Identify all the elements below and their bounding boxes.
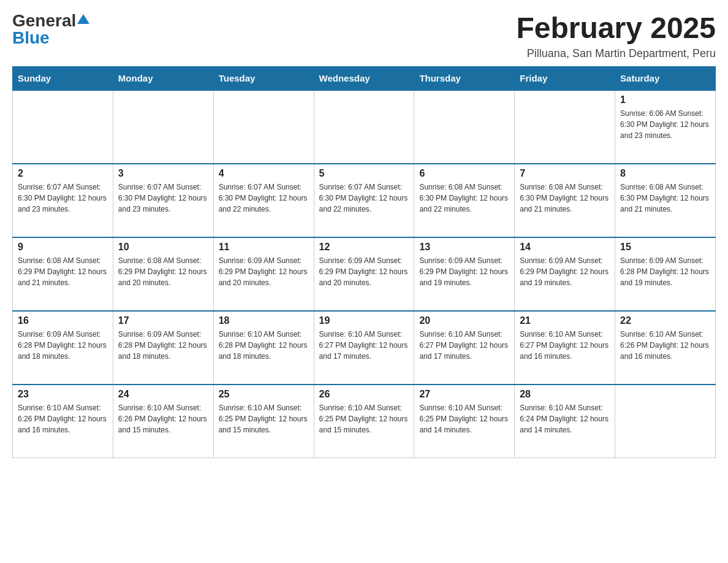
calendar-cell: 6Sunrise: 6:08 AM Sunset: 6:30 PM Daylig…: [414, 164, 515, 237]
day-number: 3: [118, 168, 208, 179]
calendar-cell: 2Sunrise: 6:07 AM Sunset: 6:30 PM Daylig…: [13, 164, 113, 237]
day-info: Sunrise: 6:08 AM Sunset: 6:30 PM Dayligh…: [419, 182, 509, 215]
day-number: 17: [118, 315, 208, 326]
calendar-cell: 26Sunrise: 6:10 AM Sunset: 6:25 PM Dayli…: [314, 385, 414, 458]
day-info: Sunrise: 6:10 AM Sunset: 6:26 PM Dayligh…: [18, 402, 108, 435]
day-info: Sunrise: 6:10 AM Sunset: 6:25 PM Dayligh…: [419, 402, 509, 435]
day-number: 7: [520, 168, 610, 179]
calendar-cell: 9Sunrise: 6:08 AM Sunset: 6:29 PM Daylig…: [13, 237, 113, 311]
day-number: 14: [520, 242, 610, 253]
month-title: February 2025: [516, 12, 716, 45]
day-number: 25: [219, 389, 309, 400]
calendar-cell: 21Sunrise: 6:10 AM Sunset: 6:27 PM Dayli…: [515, 311, 615, 385]
day-number: 11: [219, 242, 309, 253]
calendar-cell: 23Sunrise: 6:10 AM Sunset: 6:26 PM Dayli…: [13, 385, 113, 458]
day-info: Sunrise: 6:10 AM Sunset: 6:27 PM Dayligh…: [419, 329, 509, 362]
calendar-cell: 27Sunrise: 6:10 AM Sunset: 6:25 PM Dayli…: [414, 385, 515, 458]
calendar-cell: 11Sunrise: 6:09 AM Sunset: 6:29 PM Dayli…: [213, 237, 314, 311]
logo-triangle-icon: [77, 14, 89, 24]
day-info: Sunrise: 6:09 AM Sunset: 6:28 PM Dayligh…: [18, 329, 108, 362]
calendar-cell: 22Sunrise: 6:10 AM Sunset: 6:26 PM Dayli…: [615, 311, 716, 385]
day-number: 21: [520, 315, 610, 326]
calendar-week-4: 16Sunrise: 6:09 AM Sunset: 6:28 PM Dayli…: [13, 311, 716, 385]
day-number: 6: [419, 168, 509, 179]
day-number: 9: [18, 242, 108, 253]
calendar-header-thursday: Thursday: [414, 66, 515, 90]
calendar-cell: 24Sunrise: 6:10 AM Sunset: 6:26 PM Dayli…: [113, 385, 213, 458]
calendar-cell: 15Sunrise: 6:09 AM Sunset: 6:28 PM Dayli…: [615, 237, 716, 311]
day-info: Sunrise: 6:09 AM Sunset: 6:29 PM Dayligh…: [419, 255, 509, 288]
calendar-cell: 18Sunrise: 6:10 AM Sunset: 6:28 PM Dayli…: [213, 311, 314, 385]
day-info: Sunrise: 6:09 AM Sunset: 6:29 PM Dayligh…: [319, 255, 409, 288]
day-number: 15: [620, 242, 710, 253]
day-number: 20: [419, 315, 509, 326]
day-number: 16: [18, 315, 108, 326]
day-number: 8: [620, 168, 710, 179]
calendar-cell: 20Sunrise: 6:10 AM Sunset: 6:27 PM Dayli…: [414, 311, 515, 385]
day-info: Sunrise: 6:10 AM Sunset: 6:24 PM Dayligh…: [520, 402, 610, 435]
day-number: 1: [620, 94, 710, 105]
calendar-week-5: 23Sunrise: 6:10 AM Sunset: 6:26 PM Dayli…: [13, 385, 716, 458]
page-header: General Blue February 2025 Pilluana, San…: [12, 12, 716, 60]
calendar-cell: 19Sunrise: 6:10 AM Sunset: 6:27 PM Dayli…: [314, 311, 414, 385]
calendar-week-3: 9Sunrise: 6:08 AM Sunset: 6:29 PM Daylig…: [13, 237, 716, 311]
day-info: Sunrise: 6:09 AM Sunset: 6:28 PM Dayligh…: [620, 255, 710, 288]
day-info: Sunrise: 6:10 AM Sunset: 6:25 PM Dayligh…: [219, 402, 309, 435]
calendar-cell: 12Sunrise: 6:09 AM Sunset: 6:29 PM Dayli…: [314, 237, 414, 311]
day-number: 13: [419, 242, 509, 253]
calendar-header-row: SundayMondayTuesdayWednesdayThursdayFrid…: [13, 66, 716, 90]
calendar-cell: 14Sunrise: 6:09 AM Sunset: 6:29 PM Dayli…: [515, 237, 615, 311]
logo-blue: Blue: [12, 29, 50, 47]
location-subtitle: Pilluana, San Martin Department, Peru: [516, 47, 716, 60]
day-info: Sunrise: 6:07 AM Sunset: 6:30 PM Dayligh…: [319, 182, 409, 215]
day-info: Sunrise: 6:10 AM Sunset: 6:27 PM Dayligh…: [319, 329, 409, 362]
day-number: 23: [18, 389, 108, 400]
calendar-cell: 1Sunrise: 6:06 AM Sunset: 6:30 PM Daylig…: [615, 90, 716, 164]
logo: General Blue: [12, 12, 89, 47]
calendar-cell: [314, 90, 414, 164]
calendar-cell: [515, 90, 615, 164]
day-info: Sunrise: 6:09 AM Sunset: 6:29 PM Dayligh…: [520, 255, 610, 288]
title-section: February 2025 Pilluana, San Martin Depar…: [516, 12, 716, 60]
day-number: 27: [419, 389, 509, 400]
day-info: Sunrise: 6:06 AM Sunset: 6:30 PM Dayligh…: [620, 108, 710, 141]
calendar-header-sunday: Sunday: [13, 66, 113, 90]
day-info: Sunrise: 6:10 AM Sunset: 6:26 PM Dayligh…: [118, 402, 208, 435]
calendar-cell: [615, 385, 716, 458]
day-info: Sunrise: 6:09 AM Sunset: 6:29 PM Dayligh…: [219, 255, 309, 288]
calendar-cell: [13, 90, 113, 164]
day-info: Sunrise: 6:10 AM Sunset: 6:27 PM Dayligh…: [520, 329, 610, 362]
calendar-cell: 17Sunrise: 6:09 AM Sunset: 6:28 PM Dayli…: [113, 311, 213, 385]
calendar-cell: 16Sunrise: 6:09 AM Sunset: 6:28 PM Dayli…: [13, 311, 113, 385]
day-number: 28: [520, 389, 610, 400]
calendar-week-2: 2Sunrise: 6:07 AM Sunset: 6:30 PM Daylig…: [13, 164, 716, 237]
day-number: 19: [319, 315, 409, 326]
day-info: Sunrise: 6:10 AM Sunset: 6:28 PM Dayligh…: [219, 329, 309, 362]
logo-general: General: [12, 12, 76, 29]
calendar-table: SundayMondayTuesdayWednesdayThursdayFrid…: [12, 66, 716, 459]
day-number: 22: [620, 315, 710, 326]
calendar-cell: 7Sunrise: 6:08 AM Sunset: 6:30 PM Daylig…: [515, 164, 615, 237]
day-info: Sunrise: 6:07 AM Sunset: 6:30 PM Dayligh…: [219, 182, 309, 215]
day-number: 26: [319, 389, 409, 400]
day-number: 2: [18, 168, 108, 179]
day-info: Sunrise: 6:07 AM Sunset: 6:30 PM Dayligh…: [118, 182, 208, 215]
day-number: 18: [219, 315, 309, 326]
day-info: Sunrise: 6:07 AM Sunset: 6:30 PM Dayligh…: [18, 182, 108, 215]
calendar-week-1: 1Sunrise: 6:06 AM Sunset: 6:30 PM Daylig…: [13, 90, 716, 164]
calendar-cell: [113, 90, 213, 164]
day-info: Sunrise: 6:09 AM Sunset: 6:28 PM Dayligh…: [118, 329, 208, 362]
day-info: Sunrise: 6:08 AM Sunset: 6:29 PM Dayligh…: [118, 255, 208, 288]
day-info: Sunrise: 6:08 AM Sunset: 6:30 PM Dayligh…: [520, 182, 610, 215]
day-info: Sunrise: 6:08 AM Sunset: 6:30 PM Dayligh…: [620, 182, 710, 215]
day-number: 5: [319, 168, 409, 179]
calendar-cell: 3Sunrise: 6:07 AM Sunset: 6:30 PM Daylig…: [113, 164, 213, 237]
day-info: Sunrise: 6:08 AM Sunset: 6:29 PM Dayligh…: [18, 255, 108, 288]
calendar-cell: 10Sunrise: 6:08 AM Sunset: 6:29 PM Dayli…: [113, 237, 213, 311]
day-info: Sunrise: 6:10 AM Sunset: 6:25 PM Dayligh…: [319, 402, 409, 435]
calendar-header-monday: Monday: [113, 66, 213, 90]
calendar-cell: 25Sunrise: 6:10 AM Sunset: 6:25 PM Dayli…: [213, 385, 314, 458]
calendar-header-tuesday: Tuesday: [213, 66, 314, 90]
day-number: 12: [319, 242, 409, 253]
day-number: 10: [118, 242, 208, 253]
